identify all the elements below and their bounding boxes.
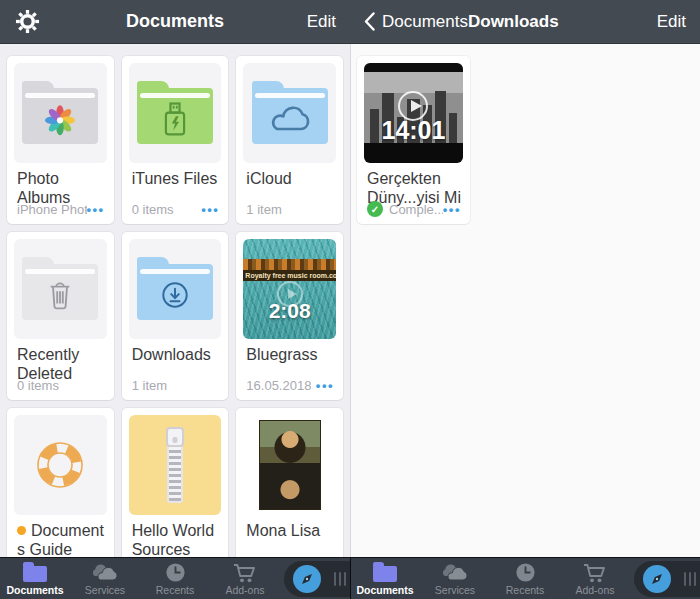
browser-compass-icon [293,565,321,593]
file-subtitle: 1 item [246,202,281,217]
tab-recents[interactable]: Recents [490,558,560,599]
folder-tab-icon [23,566,47,582]
itunes-files-thumbnail [129,63,222,163]
documents-pane: Documents Edit [0,0,350,599]
zipper-icon [163,427,187,503]
video-thumbnail: 14:01 [364,63,463,163]
zip-thumbnail [129,415,222,515]
clouds-icon [91,563,119,583]
cart-icon [582,562,608,584]
trash-icon [46,279,74,311]
page-title: Downloads [468,12,559,32]
recently-deleted-thumbnail [14,239,107,339]
edit-button[interactable]: Edit [657,12,686,32]
banner-text: Royalty free music room.com [243,270,336,281]
folder-icon [22,264,98,320]
browser-pill[interactable] [284,561,350,597]
tab-documents[interactable]: Documents [350,558,420,599]
lifebuoy-icon [32,437,88,493]
file-card-photo-albums[interactable]: Photo Albums iPhone Phot... ••• [7,56,114,224]
more-menu-icon[interactable]: ••• [87,202,105,217]
file-title: Document s Guide [17,522,105,557]
gear-icon [15,9,40,34]
pane-divider [350,44,351,557]
downloads-pane: Documents Downloads Edit 14:01 [350,0,700,599]
browser-compass-icon [643,565,671,593]
file-date: 16.05.2018 [246,378,311,393]
tab-recents[interactable]: Recents [140,558,210,599]
file-status: Comple... [389,202,443,217]
more-menu-icon[interactable]: ••• [316,378,334,393]
cart-icon [232,562,258,584]
right-header: Documents Downloads Edit [350,0,700,44]
settings-button[interactable] [14,9,40,35]
tab-services[interactable]: Services [70,558,140,599]
photo-albums-thumbnail [14,63,107,163]
photos-flower-icon [40,99,80,139]
drag-handle-icon[interactable] [334,572,346,586]
clock-icon [165,562,186,583]
painting-image [259,420,321,510]
clouds-icon [441,563,469,583]
left-header: Documents Edit [0,0,350,44]
tab-addons[interactable]: Add-ons [560,558,630,599]
split-view: Documents Edit [0,0,700,599]
back-button[interactable]: Documents [364,12,468,32]
tab-services[interactable]: Services [420,558,490,599]
download-complete-icon: ✓ [367,201,383,217]
folder-icon [137,88,213,144]
tab-addons[interactable]: Add-ons [210,558,280,599]
cloud-icon [267,103,313,135]
file-card-icloud[interactable]: iCloud 1 item [236,56,343,224]
right-tabbar: Documents Services Recen [350,557,700,599]
drag-handle-icon[interactable] [684,572,696,586]
tabbar-divider [350,557,351,599]
file-title: iCloud [246,170,291,187]
file-title: Downloads [132,346,211,363]
left-tabbar: Documents Services Recen [0,557,350,599]
duration-label: 2:08 [243,299,336,323]
usb-drive-icon [158,99,192,139]
file-card-documents-guide[interactable]: Document s Guide [7,408,114,557]
thumbnail-banner: Royalty free music room.com [243,259,336,281]
file-card-hello-world-sources[interactable]: Hello World Sources [122,408,229,557]
file-title: iTunes Files [132,170,218,187]
file-card-itunes-files[interactable]: iTunes Files 0 items ••• [122,56,229,224]
duration-label: 14:01 [364,116,463,145]
clock-icon [515,562,536,583]
file-subtitle: 1 item [132,378,167,393]
bluegrass-video-thumbnail: Royalty free music room.com 2:08 [243,239,336,339]
edit-button[interactable]: Edit [307,12,336,32]
folder-icon [22,88,98,144]
unread-dot [17,526,26,535]
file-card-mona-lisa[interactable]: Mona Lisa [236,408,343,557]
file-card-video[interactable]: 14:01 Gerçekten Düny...yisi Mi ✓ Comple.… [357,56,470,224]
file-title: Hello World Sources [132,522,220,557]
back-label: Documents [382,12,468,32]
more-menu-icon[interactable]: ••• [443,202,461,217]
file-title: Bluegrass [246,346,317,363]
download-icon [157,277,193,313]
mona-lisa-thumbnail [243,415,336,515]
chevron-left-icon [364,12,375,31]
file-card-downloads[interactable]: Downloads 1 item [122,232,229,400]
folder-tab-icon [373,566,397,582]
downloads-thumbnail [129,239,222,339]
file-subtitle: iPhone Phot... [17,202,87,217]
file-title: Mona Lisa [246,522,320,539]
documents-guide-thumbnail [14,415,107,515]
more-menu-icon[interactable]: ••• [201,202,219,217]
file-card-recently-deleted[interactable]: Recently Deleted 0 items [7,232,114,400]
page-title: Documents [0,11,350,32]
browser-pill[interactable] [634,561,700,597]
file-card-bluegrass[interactable]: Royalty free music room.com 2:08 Bluegra… [236,232,343,400]
left-content: Photo Albums iPhone Phot... ••• [0,44,350,557]
icloud-thumbnail [243,63,336,163]
tab-documents[interactable]: Documents [0,558,70,599]
folder-icon [252,88,328,144]
folder-icon [137,264,213,320]
file-subtitle: 0 items [17,378,59,393]
file-subtitle: 0 items [132,202,174,217]
right-content: 14:01 Gerçekten Düny...yisi Mi ✓ Comple.… [350,44,700,557]
